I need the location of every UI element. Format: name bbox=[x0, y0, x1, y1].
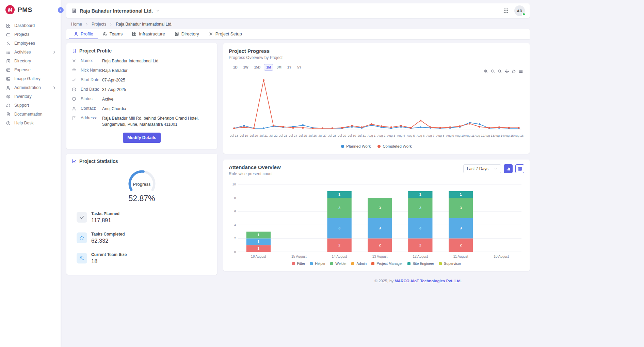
range-button-1m[interactable]: 1M bbox=[264, 64, 273, 71]
sidebar-item-employees[interactable]: Employees bbox=[0, 39, 61, 48]
field-value: Active bbox=[102, 96, 212, 102]
progress-line-chart[interactable]: Jul 18Jul 19Jul 20Jul 21Jul 22Jul 23Jul … bbox=[229, 74, 524, 142]
breadcrumb: HomeProjectsRaja Bahadur International L… bbox=[66, 18, 530, 29]
range-button-1d[interactable]: 1D bbox=[231, 64, 240, 71]
sidebar-item-inventory[interactable]: Inventory bbox=[0, 92, 61, 101]
home-button[interactable] bbox=[512, 69, 516, 74]
project-statistics-card: Project Statistics Progress 52.87% Tasks… bbox=[66, 154, 217, 275]
svg-text:Aug 5: Aug 5 bbox=[407, 134, 415, 137]
svg-text:Aug 4: Aug 4 bbox=[397, 134, 405, 137]
sidebar-item-support[interactable]: Support bbox=[0, 101, 61, 110]
sidebar-item-label: Expense bbox=[14, 67, 31, 72]
svg-text:Aug 3: Aug 3 bbox=[387, 134, 395, 137]
sidebar-item-help-desk[interactable]: Help Desk bbox=[0, 119, 61, 127]
legend-item-project-manager[interactable]: Project Manager bbox=[371, 261, 403, 266]
svg-text:Jul 21: Jul 21 bbox=[259, 134, 268, 137]
sidebar-item-label: Documentation bbox=[14, 112, 43, 117]
range-button-3m[interactable]: 3M bbox=[274, 64, 284, 71]
image-icon bbox=[6, 77, 11, 81]
svg-text:Jul 25: Jul 25 bbox=[299, 134, 307, 137]
tab-project-setup[interactable]: Project Setup bbox=[204, 29, 247, 39]
bar-legend: FitterHelperWelderAdminProject ManagerSi… bbox=[229, 260, 524, 269]
days-filter-select[interactable]: Last 7 Days bbox=[463, 164, 501, 173]
modify-details-button[interactable]: Modify Details bbox=[123, 133, 161, 143]
sidebar-item-expense[interactable]: Expense bbox=[0, 65, 61, 74]
range-button-5y[interactable]: 5Y bbox=[295, 64, 304, 71]
range-button-1y[interactable]: 1Y bbox=[285, 64, 294, 71]
sidebar-item-projects[interactable]: Projects bbox=[0, 30, 61, 39]
tab-teams[interactable]: Teams bbox=[98, 29, 127, 39]
legend-item-completed-work[interactable]: Completed Work bbox=[377, 144, 412, 148]
zoomin-icon bbox=[484, 69, 488, 74]
legend-item-supervisor[interactable]: Supervisor bbox=[439, 261, 461, 266]
sidebar-item-directory[interactable]: Directory bbox=[0, 57, 61, 65]
tab-directory[interactable]: Directory bbox=[170, 29, 204, 39]
user-avatar[interactable]: AD bbox=[514, 5, 525, 16]
person-icon bbox=[72, 106, 76, 111]
tab-profile[interactable]: Profile bbox=[69, 29, 98, 39]
profile-fields: Name:Raja Bahadur International Ltd.Nick… bbox=[72, 58, 212, 127]
profile-field-status-: Status:Active bbox=[72, 96, 212, 102]
field-label: Status: bbox=[81, 96, 102, 101]
menu-button[interactable] bbox=[519, 69, 523, 74]
magnifier-button[interactable] bbox=[498, 69, 502, 74]
sidebar-item-activities[interactable]: Activities bbox=[0, 48, 61, 57]
grid4-icon bbox=[132, 32, 136, 36]
statistics-card-title: Project Statistics bbox=[79, 159, 118, 164]
field-label: Address: bbox=[81, 116, 102, 120]
svg-text:Jul 27: Jul 27 bbox=[318, 134, 326, 137]
stat-value: 18 bbox=[91, 258, 127, 265]
bar-view-toggle[interactable] bbox=[504, 164, 513, 173]
svg-text:12 August: 12 August bbox=[413, 255, 428, 258]
svg-text:Aug 6: Aug 6 bbox=[417, 134, 425, 137]
sidebar-item-documentation[interactable]: Documentation bbox=[0, 110, 61, 119]
attendance-bar-chart[interactable]: 024681011116 August15 August233114 Augus… bbox=[229, 181, 524, 260]
tab-infrastructure[interactable]: Infrastructure bbox=[127, 29, 170, 39]
svg-text:11 August: 11 August bbox=[453, 255, 468, 258]
chevdown-icon bbox=[494, 167, 497, 170]
breadcrumb-item-home[interactable]: Home bbox=[71, 22, 82, 27]
svg-text:2: 2 bbox=[234, 236, 236, 240]
chartline-icon bbox=[72, 159, 77, 164]
svg-text:1: 1 bbox=[338, 193, 340, 196]
svg-text:14 August: 14 August bbox=[332, 255, 347, 258]
sidebar-collapse-button[interactable] bbox=[58, 7, 64, 13]
zoomout-button[interactable] bbox=[491, 69, 495, 74]
sidebar: M PMS DashboardProjectsEmployeesActiviti… bbox=[0, 0, 61, 347]
barchart-icon bbox=[506, 167, 511, 171]
pan-button[interactable] bbox=[505, 69, 509, 74]
tab-bar: ProfileTeamsInfrastructureDirectoryProje… bbox=[66, 29, 530, 39]
legend-item-admin[interactable]: Admin bbox=[351, 261, 367, 266]
apps-grid-button[interactable] bbox=[503, 8, 509, 14]
svg-text:8: 8 bbox=[234, 196, 236, 200]
stat-icon-box bbox=[77, 232, 87, 243]
legend-item-fitter[interactable]: Fitter bbox=[292, 261, 305, 266]
chevright-icon bbox=[52, 50, 57, 55]
company-link[interactable]: MARCO AIoT Technologies Pvt. Ltd. bbox=[395, 279, 462, 283]
svg-text:3: 3 bbox=[338, 206, 340, 210]
sidebar-item-image-gallery[interactable]: Image Gallery bbox=[0, 74, 61, 83]
app-logo[interactable]: M PMS bbox=[0, 0, 61, 21]
field-value: Raja Bahadur International Ltd. bbox=[102, 58, 212, 64]
people-icon bbox=[79, 256, 84, 261]
zoomin-button[interactable] bbox=[484, 69, 488, 74]
profile-field-nick-name-: Nick Name:Raja Bahadur bbox=[72, 68, 212, 74]
stat-icon-box bbox=[77, 212, 87, 223]
sidebar-item-label: Activities bbox=[14, 50, 31, 55]
legend-item-planned-work[interactable]: Planned Work bbox=[341, 144, 371, 148]
svg-text:2: 2 bbox=[338, 243, 340, 247]
range-button-15d[interactable]: 15D bbox=[252, 64, 263, 71]
check-icon bbox=[79, 215, 84, 220]
svg-text:13 August: 13 August bbox=[372, 255, 388, 258]
legend-item-helper[interactable]: Helper bbox=[310, 261, 325, 266]
sidebar-item-dashboard[interactable]: Dashboard bbox=[0, 21, 61, 30]
svg-text:Jul 19: Jul 19 bbox=[240, 134, 248, 137]
breadcrumb-item-projects[interactable]: Projects bbox=[92, 22, 106, 27]
legend-item-site-engineer[interactable]: Site Engineer bbox=[407, 261, 434, 266]
chevleft-icon bbox=[59, 9, 62, 12]
project-selector[interactable]: Raja Bahadur International Ltd. bbox=[71, 8, 160, 14]
table-view-toggle[interactable] bbox=[515, 164, 524, 173]
legend-item-welder[interactable]: Welder bbox=[330, 261, 347, 266]
sidebar-item-administration[interactable]: Administration bbox=[0, 83, 61, 92]
range-button-1w[interactable]: 1W bbox=[241, 64, 251, 71]
